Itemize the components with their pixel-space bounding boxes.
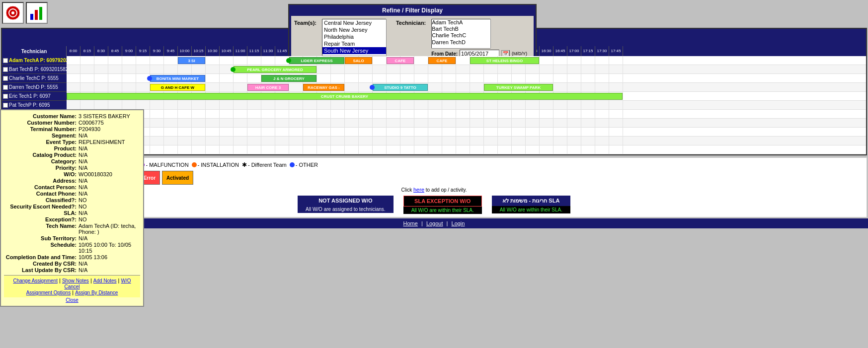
gantt-cell: [553, 137, 567, 145]
gantt-cell: [442, 74, 456, 83]
gantt-cell: [400, 119, 414, 128]
gantt-cell: [428, 128, 442, 137]
gantt-cell: [595, 110, 609, 119]
tech-checkbox[interactable]: [3, 94, 8, 99]
tech-listbox[interactable]: Adam TechA Bart TechB Charlie TechC Darr…: [431, 19, 491, 49]
gantt-cell: [206, 119, 220, 128]
task-bar[interactable]: BONITA MINI MARKET: [150, 75, 205, 82]
gantt-cell: [178, 65, 192, 74]
home-link[interactable]: Home: [403, 220, 418, 226]
task-bar[interactable]: ST HELENS BINGO: [470, 57, 539, 64]
gantt-cell: [470, 65, 484, 74]
gantt-cell: [553, 74, 567, 83]
task-bar[interactable]: PEARL GROCERY ARMORED: [234, 66, 316, 73]
top-bar: Refine / Filter Display Team(s): Central…: [0, 0, 868, 26]
gantt-row: CRUST CRUMB BAKERY: [67, 92, 866, 101]
teams-listbox[interactable]: Central New Jersey North New Jersey Phil…: [322, 19, 387, 56]
gantt-cell: [220, 56, 234, 65]
gantt-cell: [80, 101, 94, 110]
logo-button-1[interactable]: [2, 2, 24, 24]
gantt-cell: [484, 101, 498, 110]
tech-checkbox[interactable]: [3, 67, 8, 72]
tech-checkbox[interactable]: [3, 85, 8, 90]
tech-name: Adam TechA P: 6097920204: [9, 58, 67, 63]
logout-link[interactable]: Logout: [426, 220, 443, 226]
gantt-cell: [289, 119, 303, 128]
task-bar[interactable]: RACEWAY GAS -: [303, 84, 344, 91]
task-bar[interactable]: HAIR CORE 3: [247, 84, 289, 91]
tech-row[interactable]: Adam TechA P: 6097920204: [2, 56, 67, 65]
gantt-cell: [289, 83, 303, 92]
gantt-cell: [317, 74, 331, 83]
task-bar[interactable]: LIDER EXPRESS: [289, 57, 344, 64]
time-cell: 10:15: [192, 46, 206, 56]
task-bar[interactable]: CAFE: [428, 57, 456, 64]
tech-row[interactable]: Pat TechP P: 6095: [2, 101, 67, 110]
gantt-cell: [414, 137, 428, 145]
gantt-cell: [553, 128, 567, 137]
task-dot: [286, 58, 291, 63]
gantt-cell: [484, 110, 498, 119]
gantt-cell: [595, 74, 609, 83]
task-bar[interactable]: SALO: [345, 57, 372, 64]
gantt-cell: [526, 110, 540, 119]
login-link[interactable]: Login: [452, 220, 465, 226]
legend-installation: - INSTALLATION: [192, 162, 239, 168]
tech-row[interactable]: Darren TechD P: 5555: [2, 83, 67, 92]
task-bar[interactable]: CRUST CRUMB BAKERY: [67, 93, 623, 100]
gantt-cell: [345, 128, 359, 137]
gantt-cell: [108, 83, 122, 92]
gantt-cell: [164, 101, 178, 110]
tech-checkbox[interactable]: [3, 76, 8, 81]
time-cell: 9:45: [164, 46, 178, 56]
sla-hebrew-desc: All W/O are within their SLA.: [492, 206, 570, 213]
teams-label: Team(s):: [294, 19, 320, 26]
task-bar[interactable]: G AND H CAFE W: [150, 84, 205, 91]
task-bar[interactable]: STUDIO 9 TATTO: [373, 84, 428, 91]
gantt-cell: [178, 128, 192, 137]
task-bar[interactable]: CAFE: [387, 57, 414, 64]
tech-row[interactable]: Eric Tech1 P: 6097: [2, 92, 67, 101]
task-bar[interactable]: TURKEY SWAMP PARK: [484, 84, 553, 91]
gantt-cell: [400, 65, 414, 74]
tech-name: Eric Tech1 P: 6097: [9, 93, 51, 99]
gantt-cell: [498, 74, 512, 83]
gantt-cell: [150, 101, 164, 110]
gantt-cell: [220, 101, 234, 110]
gantt-cell: [234, 128, 247, 137]
task-bar[interactable]: 3 SI: [178, 57, 205, 64]
gantt-cell: [512, 74, 526, 83]
gantt-row: [67, 119, 866, 128]
gantt-cell: [567, 65, 581, 74]
gantt-cell: [540, 101, 553, 110]
gantt-cell: [456, 137, 470, 145]
task-bar[interactable]: J & N GROCERY: [261, 75, 316, 82]
gantt-cell: [470, 110, 484, 119]
gantt-rows-area: 3 SILIDER EXPRESSSALOCAFECAFEST HELENS B…: [67, 56, 866, 154]
tech-row[interactable]: Charlie TechC P: 5555: [2, 74, 67, 83]
logo-button-2[interactable]: [26, 2, 48, 24]
gantt-cell: [317, 110, 331, 119]
gantt-cell: [400, 110, 414, 119]
gantt-cell: [567, 83, 581, 92]
gantt-cell: [80, 56, 94, 65]
gantt-cell: [609, 119, 623, 128]
gantt-row: PEARL GROCERY ARMORED: [67, 65, 866, 74]
gantt-cell: [553, 65, 567, 74]
gantt-cell: [331, 137, 345, 145]
tech-row[interactable]: Bart TechB P: 6093201582: [2, 65, 67, 74]
tech-checkbox[interactable]: [3, 58, 8, 63]
gantt-cell: [150, 56, 164, 65]
time-cell: 11:45: [275, 46, 289, 56]
separator-2: |: [447, 220, 448, 226]
gantt-cell: [331, 101, 345, 110]
gantt-scroll[interactable]: 8:008:158:308:459:009:159:309:4510:0010:…: [67, 46, 866, 154]
gantt-cell: [247, 137, 261, 145]
add-activity-link[interactable]: here: [413, 187, 424, 193]
tech-checkbox[interactable]: [3, 103, 8, 108]
gantt-cell: [220, 128, 234, 137]
gantt-cell: [414, 74, 428, 83]
gantt-cell: [275, 110, 289, 119]
gantt-cell: [553, 119, 567, 128]
gantt-cell: [303, 119, 317, 128]
